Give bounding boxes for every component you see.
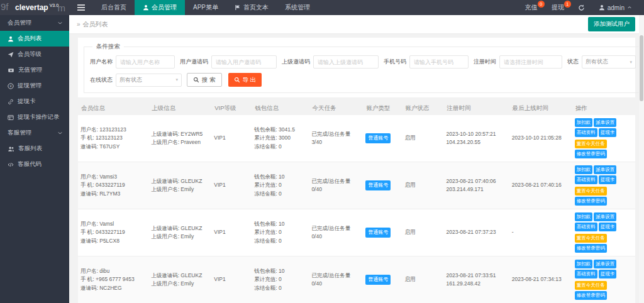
top-nav: 后台首页会员管理APP菜单首页文本系统管理 bbox=[93, 0, 318, 15]
nav-item-首页文本[interactable]: 首页文本 bbox=[226, 0, 277, 15]
action-button-重置今天任务[interactable]: 重置今天任务 bbox=[575, 140, 607, 148]
action-button-重置今天任务[interactable]: 重置今天任务 bbox=[575, 281, 607, 290]
action-button-加扣款[interactable]: 加扣款 bbox=[575, 165, 593, 174]
field-label: 上级邀请码 bbox=[282, 58, 310, 66]
cell-vip-level: VIP1 bbox=[211, 256, 252, 303]
cell-register-time: 2023-10-10 20:57:21104.234.20.55 bbox=[444, 115, 509, 162]
cell-account-status: 启用 bbox=[402, 209, 444, 256]
admin-menu[interactable]: admin bbox=[592, 0, 639, 15]
sidebar-item-label: 会员列表 bbox=[18, 35, 42, 43]
search-form-row-1: 用户名称用户邀请码上级邀请码手机号码注册时间状态所有状态▾ bbox=[90, 55, 641, 69]
action-button-提现卡[interactable]: 提现卡 bbox=[599, 270, 617, 278]
sidebar-item-提现管理[interactable]: ¥提现管理 bbox=[0, 78, 69, 94]
add-test-user-button[interactable]: 添加测试用户 bbox=[588, 17, 635, 31]
table-row: 用户名: Vamsl手 机: 0433227119邀请码: P5LCX8上级邀请… bbox=[78, 209, 635, 256]
action-button-提现卡[interactable]: 提现卡 bbox=[599, 175, 617, 184]
action-button-派单设置[interactable]: 派单设置 bbox=[594, 165, 616, 174]
breadcrumb: »会员列表 bbox=[77, 20, 108, 29]
chevron-down-icon: ▾ bbox=[175, 77, 178, 82]
action-button-基础资料[interactable]: 基础资料 bbox=[575, 128, 597, 137]
action-button-修改登录密码[interactable]: 修改登录密码 bbox=[575, 291, 607, 300]
sidebar-item-label: 客服列表 bbox=[18, 145, 42, 153]
action-button-基础资料[interactable]: 基础资料 bbox=[575, 223, 597, 231]
watermark-text: 9f bbox=[1, 1, 9, 12]
refresh-button[interactable] bbox=[571, 0, 592, 15]
sidebar-section-客服管理[interactable]: 客服管理 bbox=[0, 125, 69, 141]
export-button[interactable]: 导 出 bbox=[228, 73, 262, 87]
cell-member-info: 用户名: Vamsi3手 机: 0433227119邀请码: RL7YM3 bbox=[78, 162, 148, 209]
recharge-link[interactable]: 充值 0 bbox=[518, 0, 545, 15]
cell-today-tasks: 已完成/总任务量0/40 bbox=[309, 256, 363, 303]
top-right-menu: 充值 0 提现 1 admin bbox=[518, 0, 644, 15]
sidebar-item-提现卡操作记录[interactable]: 提现卡操作记录 bbox=[0, 109, 69, 125]
register-time-field: 注册时间 bbox=[474, 55, 562, 69]
action-button-加扣款[interactable]: 加扣款 bbox=[575, 118, 593, 127]
register-time-input[interactable] bbox=[499, 55, 562, 69]
action-button-基础资料[interactable]: 基础资料 bbox=[575, 270, 597, 278]
online-status-select[interactable]: 所有状态 ▾ bbox=[116, 74, 182, 87]
scrollbar-thumb[interactable] bbox=[640, 35, 643, 101]
cell-today-tasks: 已完成/总任务量0/40 bbox=[309, 209, 363, 256]
user-invite-code-input[interactable] bbox=[211, 55, 277, 69]
nav-item-label: 会员管理 bbox=[152, 3, 177, 12]
vertical-scrollbar[interactable] bbox=[639, 15, 644, 303]
nav-item-后台首页[interactable]: 后台首页 bbox=[93, 0, 135, 15]
action-button-修改登录密码[interactable]: 修改登录密码 bbox=[575, 244, 607, 253]
sidebar-item-提现卡[interactable]: 提现卡 bbox=[0, 94, 69, 109]
sidebar-section-会员管理[interactable]: 会员管理 bbox=[0, 15, 69, 31]
coin-icon: ¥ bbox=[8, 83, 14, 89]
action-button-加扣款[interactable]: 加扣款 bbox=[575, 212, 593, 221]
sidebar-item-会员等级[interactable]: 会员等级 bbox=[0, 47, 69, 62]
cell-register-time: 2023-08-21 07:37:23 bbox=[444, 209, 509, 256]
action-button-派单设置[interactable]: 派单设置 bbox=[594, 260, 616, 268]
sidebar-item-会员列表[interactable]: 会员列表 bbox=[0, 31, 69, 47]
sidebar-item-客服代码[interactable]: 客服代码 bbox=[0, 157, 69, 172]
sidebar-item-客服列表[interactable]: 客服列表 bbox=[0, 141, 69, 157]
nav-item-label: APP菜单 bbox=[193, 3, 218, 12]
action-button-加扣款[interactable]: 加扣款 bbox=[575, 260, 593, 268]
send-icon bbox=[8, 52, 14, 58]
cell-today-tasks: 已完成/总任务量0/40 bbox=[309, 162, 363, 209]
action-button-修改登录密码[interactable]: 修改登录密码 bbox=[575, 197, 607, 206]
search-panel: 条件搜索 用户名称用户邀请码上级邀请码手机号码注册时间状态所有状态▾ 在线状态 … bbox=[78, 38, 635, 97]
cell-last-online: 2023-08-21 07:34:13 bbox=[509, 256, 572, 303]
table-row: 用户名: dibu手 机: +965 6777 9453邀请码: NC2HEG上… bbox=[78, 256, 635, 303]
cell-register-time: 2023-08-21 07:33:51161.29.248.42 bbox=[444, 256, 509, 303]
nav-item-会员管理[interactable]: 会员管理 bbox=[135, 0, 185, 15]
action-button-提现卡[interactable]: 提现卡 bbox=[599, 128, 617, 137]
action-button-基础资料[interactable]: 基础资料 bbox=[575, 175, 597, 184]
search-legend: 条件搜索 bbox=[92, 43, 124, 51]
action-button-重置今天任务[interactable]: 重置今天任务 bbox=[575, 187, 607, 196]
action-button-提现卡[interactable]: 提现卡 bbox=[599, 223, 617, 231]
menu-toggle-button[interactable] bbox=[69, 0, 93, 15]
status-select[interactable]: 所有状态▾ bbox=[582, 55, 636, 69]
nav-item-APP菜单[interactable]: APP菜单 bbox=[185, 0, 226, 15]
search-form-row-2: 在线状态 所有状态 ▾ 搜 索 bbox=[90, 73, 641, 87]
table-header-row: 会员信息上级信息VIP等级钱包信息今天任务账户类型账户状态注册时间最后上线时间操… bbox=[78, 101, 635, 115]
svg-text:¥: ¥ bbox=[9, 84, 12, 88]
action-button-重置今天任务[interactable]: 重置今天任务 bbox=[575, 234, 607, 243]
field-label: 用户邀请码 bbox=[180, 58, 208, 66]
search-button[interactable]: 搜 索 bbox=[187, 73, 222, 87]
phone-input[interactable] bbox=[409, 55, 469, 69]
action-button-修改登录密码[interactable]: 修改登录密码 bbox=[575, 150, 607, 158]
username-field: 用户名称 bbox=[90, 55, 175, 69]
chevron-down-icon bbox=[57, 20, 63, 26]
account-type-badge: 普通账号 bbox=[365, 275, 391, 285]
parent-invite-code-input[interactable] bbox=[313, 55, 379, 69]
member-table-card: 会员信息上级信息VIP等级钱包信息今天任务账户类型账户状态注册时间最后上线时间操… bbox=[78, 101, 635, 303]
cell-member-info: 用户名: dibu手 机: +965 6777 9453邀请码: NC2HEG bbox=[78, 256, 148, 303]
action-button-派单设置[interactable]: 派单设置 bbox=[594, 118, 616, 127]
nav-item-系统管理[interactable]: 系统管理 bbox=[277, 0, 318, 15]
username-input[interactable] bbox=[116, 55, 175, 69]
link-icon bbox=[8, 99, 14, 105]
breadcrumb-bar: »会员列表 添加测试用户 bbox=[69, 15, 644, 34]
cell-member-info: 用户名: 123123123手 机: 123123123邀请码: T67USY bbox=[78, 115, 148, 162]
action-button-派单设置[interactable]: 派单设置 bbox=[594, 212, 616, 221]
withdraw-link[interactable]: 提现 1 bbox=[545, 0, 571, 15]
sidebar-item-充值管理[interactable]: 充值管理 bbox=[0, 62, 69, 78]
column-header-账户状态: 账户状态 bbox=[402, 101, 444, 115]
refresh-icon bbox=[578, 4, 585, 11]
column-header-注册时间: 注册时间 bbox=[444, 101, 509, 115]
cell-account-type: 普通账号 bbox=[363, 115, 402, 162]
